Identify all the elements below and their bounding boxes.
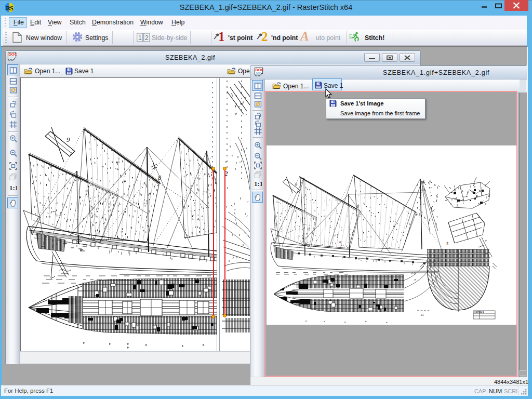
svg-text:8: 8 [357, 204, 359, 209]
svg-text:8: 8 [158, 174, 161, 181]
svg-text:э: э [414, 277, 416, 282]
svg-text:9: 9 [66, 136, 70, 143]
svg-text:1: 1 [138, 34, 142, 42]
svg-text:д б: д б [411, 271, 416, 275]
svg-text:DOC: DOC [8, 52, 17, 57]
svg-text:DOC: DOC [255, 68, 263, 72]
svg-text:1:1: 1:1 [9, 184, 17, 192]
svg-text:1:1: 1:1 [254, 180, 262, 188]
svg-text:ШЕБЕКА: ШЕБЕКА [474, 311, 484, 314]
svg-text:7: 7 [485, 239, 487, 243]
svg-text:5: 5 [446, 242, 448, 246]
svg-text:11: 11 [420, 313, 424, 317]
svg-text:6: 6 [339, 240, 341, 244]
svg-text:4: 4 [488, 194, 490, 198]
svg-text:2: 2 [145, 34, 149, 42]
